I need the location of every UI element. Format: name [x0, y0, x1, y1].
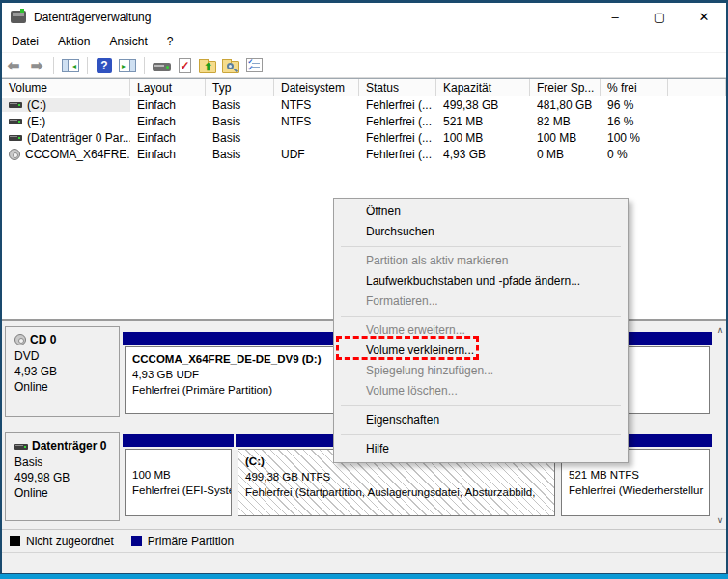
cell-freier-speicher: 100 MB [530, 131, 601, 145]
cell-status: Fehlerfrei (... [359, 148, 436, 161]
maximize-button[interactable]: ▢ [637, 3, 682, 31]
table-row-volume-partition[interactable]: (Datenträger 0 Par... Einfach Basis Fehl… [2, 129, 726, 146]
menu-item-partition-aktiv-markieren: Partition als aktiv markieren [334, 251, 628, 271]
folder-search-icon[interactable] [219, 55, 242, 76]
disk0-size: 499,98 GB [14, 470, 111, 485]
minimize-button[interactable]: – [593, 3, 637, 31]
toolbar-separator [87, 57, 88, 74]
legend-primary-partition: Primäre Partition [131, 535, 234, 548]
table-row-volume-c[interactable]: (C:) Einfach Basis NTFS Fehlerfrei (... … [2, 96, 726, 113]
cell-layout: Einfach [130, 98, 206, 112]
cell-dateisystem: UDF [274, 148, 359, 161]
cd0-status: Online [14, 379, 111, 395]
menu-item-volume-verkleinern[interactable]: Volume verkleinern... [334, 341, 628, 361]
title-bar: Datenträgerverwaltung – ▢ ✕ [2, 3, 726, 31]
legend-bar: Nicht zugeordnet Primäre Partition [2, 529, 726, 552]
legend-label: Primäre Partition [148, 535, 234, 548]
menu-hilfe[interactable]: ? [157, 31, 183, 52]
unallocated-swatch [10, 536, 20, 546]
cell-kapazitaet: 521 MB [436, 115, 530, 128]
legend-unallocated: Nicht zugeordnet [10, 535, 114, 548]
menu-item-oeffnen[interactable]: Öffnen [334, 202, 628, 222]
cell-layout: Einfach [130, 115, 206, 128]
toolbar-separator [144, 57, 145, 74]
menu-item-formatieren: Formatieren... [334, 291, 628, 312]
column-header-typ[interactable]: Typ [206, 79, 274, 96]
cell-freier-speicher: 82 MB [530, 115, 601, 128]
vertical-scrollbar[interactable]: ∧ ∨ [714, 321, 726, 529]
table-row-volume-e[interactable]: (E:) Einfach Basis NTFS Fehlerfrei (... … [2, 113, 726, 129]
window-title: Datenträgerverwaltung [34, 11, 151, 24]
scroll-up-icon[interactable]: ∧ [714, 323, 726, 337]
menu-datei[interactable]: Datei [2, 31, 48, 52]
cell-layout: Einfach [130, 131, 206, 145]
cd0-panel[interactable]: CD 0 DVD 4,93 GB Online [5, 326, 120, 417]
toolbar: ⬅ ➡ ◂ ? ▸ ⬆ [2, 53, 726, 78]
column-header-kapazitaet[interactable]: Kapazität [436, 79, 530, 96]
partition-color-bar [123, 434, 234, 447]
taskbar-edge-strip [0, 574, 728, 579]
menu-aktion[interactable]: Aktion [48, 31, 99, 52]
cell-prozent-frei: 0 % [601, 148, 668, 161]
column-header-status[interactable]: Status [359, 79, 436, 96]
legend-label: Nicht zugeordnet [26, 535, 114, 548]
scroll-down-icon[interactable]: ∨ [714, 513, 726, 527]
partition-status: Fehlerfrei (Startpartition, Auslagerungs… [245, 484, 547, 500]
properties-list-icon[interactable] [242, 55, 266, 76]
disk0-status: Online [14, 485, 111, 501]
close-button[interactable]: ✕ [682, 3, 726, 31]
menu-ansicht[interactable]: Ansicht [99, 31, 156, 52]
column-header-layout[interactable]: Layout [130, 79, 206, 96]
cell-status: Fehlerfrei (... [359, 98, 436, 112]
menu-separator [341, 405, 621, 406]
cd0-type: DVD [14, 348, 111, 364]
volume-name: (Datenträger 0 Par... [27, 131, 130, 145]
menu-item-spiegelung-hinzufuegen: Spiegelung hinzufügen... [334, 361, 628, 381]
column-header-prozent-frei[interactable]: % frei [601, 79, 668, 96]
help-icon[interactable]: ? [93, 55, 116, 76]
partition-status: Fehlerfrei (Wiederherstellur [569, 482, 702, 498]
toolbar-separator [53, 57, 54, 74]
column-header-freier-speicher[interactable]: Freier Sp... [530, 79, 601, 96]
disk-icon [14, 444, 28, 450]
cd0-size: 4,93 GB [14, 364, 111, 379]
folder-up-icon[interactable]: ⬆ [196, 55, 219, 76]
cell-dateisystem: NTFS [274, 98, 359, 112]
disk0-panel[interactable]: Datenträger 0 Basis 499,98 GB Online [5, 432, 120, 521]
disk-device-icon[interactable] [150, 55, 173, 76]
show-console-tree-icon[interactable]: ◂ [59, 55, 82, 76]
partition-efi[interactable]: 100 MB Fehlerfrei (EFI-Syste [123, 434, 234, 517]
disk0-type: Basis [14, 455, 111, 470]
menu-item-hilfe[interactable]: Hilfe [334, 439, 628, 459]
volume-name: (E:) [27, 115, 45, 128]
cell-typ: Basis [206, 98, 274, 112]
cell-freier-speicher: 481,80 GB [530, 98, 601, 112]
cell-prozent-frei: 96 % [601, 98, 668, 112]
cell-layout: Einfach [130, 148, 206, 161]
window-controls: – ▢ ✕ [593, 3, 726, 31]
rescan-disks-icon[interactable] [173, 55, 196, 76]
cd-icon [9, 149, 20, 160]
column-header-dateisystem[interactable]: Dateisystem [274, 79, 359, 96]
cell-typ: Basis [206, 148, 274, 161]
menu-separator [341, 316, 621, 317]
menu-item-volume-erweitern: Volume erweitern... [334, 320, 628, 341]
cell-freier-speicher: 0 MB [530, 148, 601, 161]
volume-name: CCCOMA_X64FRE... [25, 148, 130, 161]
cd-icon [14, 334, 26, 345]
back-icon[interactable]: ⬅ [2, 55, 25, 76]
disk-icon [9, 102, 22, 108]
status-strip [2, 552, 726, 573]
menu-item-durchsuchen[interactable]: Durchsuchen [334, 222, 628, 242]
show-action-pane-icon[interactable]: ▸ [116, 55, 139, 76]
menu-separator [341, 434, 621, 435]
table-row-volume-dvd[interactable]: CCCOMA_X64FRE... Einfach Basis UDF Fehle… [2, 146, 726, 162]
cell-typ: Basis [206, 131, 274, 145]
partition-size: 100 MB [132, 467, 224, 482]
context-menu: Öffnen Durchsuchen Partition als aktiv m… [333, 198, 629, 463]
column-header-volume[interactable]: Volume [2, 79, 130, 96]
cell-kapazitaet: 4,93 GB [436, 148, 530, 161]
forward-icon[interactable]: ➡ [25, 55, 48, 76]
menu-item-eigenschaften[interactable]: Eigenschaften [334, 410, 628, 430]
menu-item-laufwerkbuchstaben-aendern[interactable]: Laufwerkbuchstaben und -pfade ändern... [334, 271, 628, 291]
